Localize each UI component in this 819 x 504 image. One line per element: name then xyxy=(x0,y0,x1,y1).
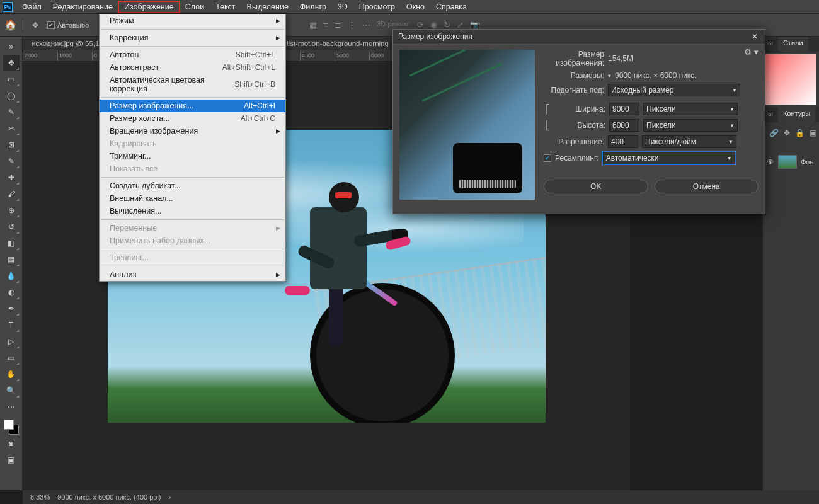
quickmask-icon[interactable]: ◙ xyxy=(3,436,20,451)
menu-autocolor[interactable]: Автоматическая цветовая коррекцияShift+C… xyxy=(100,74,285,95)
menu-autocontrast[interactable]: АвтоконтрастAlt+Shift+Ctrl+L xyxy=(100,61,285,74)
gradient-tool[interactable]: ▤ xyxy=(3,252,20,267)
pen-tool[interactable]: ✒ xyxy=(3,301,20,316)
dialog-titlebar[interactable]: Размер изображения ✕ xyxy=(393,30,765,43)
path-select-tool[interactable]: ▷ xyxy=(3,334,20,349)
menu-image[interactable]: Изображение xyxy=(118,1,180,13)
close-icon[interactable]: ✕ xyxy=(750,32,760,42)
menu-3d[interactable]: 3D xyxy=(332,1,353,13)
submenu-arrow-icon: ▶ xyxy=(276,18,280,24)
menu-help[interactable]: Справка xyxy=(430,1,472,13)
resample-checkbox[interactable]: ✔ xyxy=(544,154,551,162)
document-tab-1[interactable]: исходник.jpg @ 55,1% xyxy=(26,38,111,49)
menu-select[interactable]: Выделение xyxy=(241,1,294,13)
expand-icon[interactable]: » xyxy=(3,39,20,54)
size-value: 154,5M xyxy=(608,54,633,63)
cancel-button[interactable]: Отмена xyxy=(655,180,759,193)
marquee-tool[interactable]: ▭ xyxy=(3,72,20,87)
menu-adjustments[interactable]: Коррекция▶ xyxy=(100,32,285,44)
move-layers-icon[interactable]: ✥ xyxy=(784,129,790,137)
screenmode-icon[interactable]: ▣ xyxy=(3,452,20,467)
more-icon[interactable]: ⋯ xyxy=(362,20,370,30)
crop-tool[interactable]: ✂ xyxy=(3,121,20,136)
height-input[interactable] xyxy=(609,119,639,132)
3d-scale-icon[interactable]: ⤢ xyxy=(457,20,464,30)
gear-icon[interactable]: ⚙ ▾ xyxy=(744,47,759,57)
menu-image-size[interactable]: Размер изображения...Alt+Ctrl+I xyxy=(100,100,285,112)
resample-select[interactable]: Автоматически▼ xyxy=(603,152,735,164)
menu-canvas-size[interactable]: Размер холста...Alt+Ctrl+C xyxy=(100,112,285,125)
menu-trim[interactable]: Тримминг... xyxy=(100,150,285,163)
dialog-preview[interactable] xyxy=(399,50,535,200)
menu-text[interactable]: Текст xyxy=(210,1,241,13)
autoselect-check[interactable]: ✔ Автовыбо xyxy=(47,21,89,29)
resolution-unit-select[interactable]: Пиксели/дюйм▼ xyxy=(642,135,736,148)
eyedropper-tool[interactable]: ✎ xyxy=(3,154,20,169)
lasso-tool[interactable]: ◯ xyxy=(3,88,20,103)
menu-view[interactable]: Просмотр xyxy=(353,1,401,13)
healing-tool[interactable]: ✚ xyxy=(3,170,20,185)
link-layers-icon[interactable]: 🔗 xyxy=(769,129,779,137)
3d-pan-icon[interactable]: ◉ xyxy=(430,20,437,30)
menu-layers[interactable]: Слои xyxy=(180,1,210,13)
type-tool[interactable]: T xyxy=(3,318,20,333)
3d-orbit-icon[interactable]: ⟳ xyxy=(417,20,424,30)
quick-select-tool[interactable]: ✎ xyxy=(3,105,20,120)
tab-paths[interactable]: Контуры xyxy=(778,107,815,122)
align-center-icon[interactable]: ≡ xyxy=(323,20,328,30)
stamp-tool[interactable]: ⊕ xyxy=(3,203,20,218)
menu-file[interactable]: Файл xyxy=(16,1,47,13)
menu-separator xyxy=(101,46,284,47)
fit-select[interactable]: Исходный размер▼ xyxy=(608,84,740,96)
ruler-mark: 2000 xyxy=(23,52,57,61)
ok-button[interactable]: OK xyxy=(544,180,648,193)
align-right-icon[interactable]: ≣ xyxy=(335,20,341,30)
3d-roll-icon[interactable]: ↻ xyxy=(444,20,450,30)
mask-icon[interactable]: ▣ xyxy=(810,129,816,137)
height-unit-select[interactable]: Пиксели▼ xyxy=(643,119,738,132)
menu-apply-image[interactable]: Внешний канал... xyxy=(100,192,285,205)
frame-tool[interactable]: ⊠ xyxy=(3,137,20,152)
menu-analysis[interactable]: Анализ▶ xyxy=(100,268,285,281)
menu-calculations[interactable]: Вычисления... xyxy=(100,205,285,217)
lock-layers-icon[interactable]: 🔒 xyxy=(795,129,805,137)
brush-tool[interactable]: 🖌 xyxy=(3,186,20,202)
home-icon[interactable]: 🏠 xyxy=(5,20,16,31)
menu-window[interactable]: Окно xyxy=(401,1,430,13)
align-left-icon[interactable]: ▦ xyxy=(309,20,317,30)
edit-toolbar-icon[interactable]: ⋯ xyxy=(3,399,20,415)
menu-image-rotation[interactable]: Вращение изображения▶ xyxy=(100,125,285,137)
document-tab-2[interactable]: yclist-motion-background-morning xyxy=(275,38,394,49)
history-brush-tool[interactable]: ↺ xyxy=(3,219,20,234)
hand-tool[interactable]: ✋ xyxy=(3,367,20,382)
color-swatches[interactable] xyxy=(4,420,19,435)
blur-tool[interactable]: 💧 xyxy=(3,268,20,284)
document-info[interactable]: 9000 пикс. x 6000 пикс. (400 ppi) xyxy=(57,493,161,501)
menu-autotone[interactable]: АвтотонShift+Ctrl+L xyxy=(100,49,285,61)
zoom-level[interactable]: 8.33% xyxy=(30,493,50,501)
distribute-icon[interactable]: ⋮ xyxy=(348,20,356,30)
eraser-tool[interactable]: ◧ xyxy=(3,236,20,251)
visibility-icon[interactable]: 👁 xyxy=(767,158,774,166)
camera-icon[interactable]: 📷 xyxy=(470,20,480,30)
menu-filter[interactable]: Фильтр xyxy=(294,1,332,13)
dims-toggle-icon[interactable]: ▾ xyxy=(608,72,611,79)
shape-tool[interactable]: ▭ xyxy=(3,350,20,365)
link-icon[interactable]: ⎣ xyxy=(542,120,553,130)
width-unit-select[interactable]: Пиксели▼ xyxy=(643,103,738,115)
menu-edit[interactable]: Редактирование xyxy=(47,1,118,13)
zoom-tool[interactable]: 🔍 xyxy=(3,383,20,398)
width-input[interactable] xyxy=(609,103,639,115)
chevron-right-icon[interactable]: › xyxy=(169,493,171,501)
link-icon[interactable]: ⎡ xyxy=(542,104,553,114)
layer-row-background[interactable]: 👁 Фон xyxy=(763,152,819,171)
move-tool[interactable]: ✥ xyxy=(3,55,20,71)
dodge-tool[interactable]: ◐ xyxy=(3,285,20,300)
resolution-input[interactable] xyxy=(608,135,638,148)
menu-mode[interactable]: Режим▶ xyxy=(100,14,285,27)
tab-styles[interactable]: Стили xyxy=(778,37,808,52)
color-picker-panel[interactable] xyxy=(765,54,816,105)
menu-duplicate[interactable]: Создать дубликат... xyxy=(100,180,285,192)
move-tool-icon[interactable]: ✥ xyxy=(30,20,41,31)
foreground-swatch[interactable] xyxy=(4,420,14,430)
